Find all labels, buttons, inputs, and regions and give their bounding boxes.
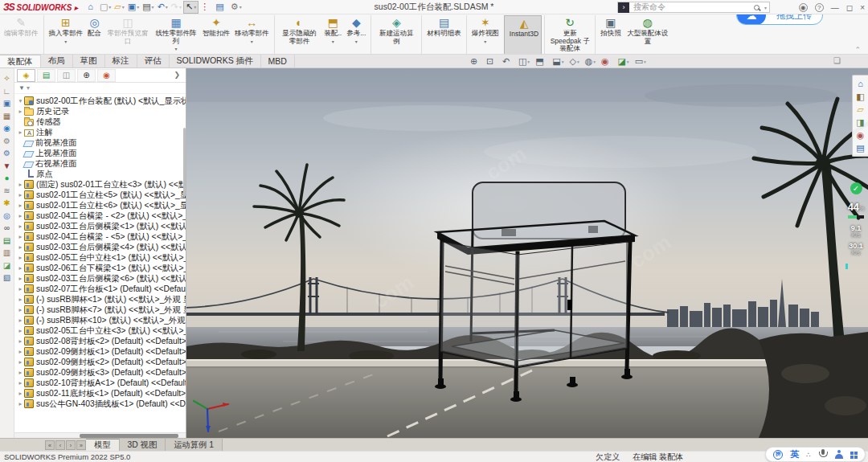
quick-access-button[interactable]: ▱ ▾	[113, 1, 125, 14]
tree-row[interactable]: ▸ 上视基准面	[14, 148, 186, 158]
tree-row[interactable]: ▸ (固定) sus02-01工台立柱<3> (默认) <<默认>	[14, 179, 186, 190]
tree-row[interactable]: ▸ sus02-03工台后侧横梁<1> (默认) <<默认>_显	[14, 221, 186, 231]
close-button[interactable]: ×	[860, 3, 865, 12]
tree-row[interactable]: ▸ sus02-01工台立柱<6> (默认) <<默认>_显示	[14, 200, 186, 211]
search-dropdown-icon[interactable]: ▾	[764, 5, 767, 10]
left-strip-icon[interactable]: ▧	[3, 273, 10, 282]
headsup-tool[interactable]: ◇ ▾	[569, 57, 579, 66]
tree-row[interactable]: ▸ 原点	[14, 169, 186, 179]
command-tab[interactable]: 布局	[41, 55, 73, 67]
headsup-tool[interactable]: ⬒ ▾	[535, 57, 547, 66]
ribbon-button[interactable]: ◈ 新建运动算例 ▾	[371, 15, 419, 54]
featuremanager-tab[interactable]: ▤	[37, 69, 55, 82]
headsup-tool[interactable]: ◍ ▾	[585, 57, 596, 66]
viewport-scene[interactable]: com com com	[186, 68, 868, 438]
microphone-icon[interactable]	[818, 449, 827, 460]
ribbon-collapse-chevron[interactable]: ⌃	[854, 47, 861, 461]
tree-row[interactable]: ▸ sus02-04工台横梁 - <2> (默认) <<默认>_显示	[14, 211, 186, 221]
ribbon-button[interactable]: ▦ 线性零部件阵列 ▾	[152, 15, 200, 54]
tree-row[interactable]: ▸ sus02-04工台横梁 - <5> (默认) <<默认>_显示	[14, 231, 186, 242]
study-tab[interactable]: 运动算例 1	[166, 439, 223, 451]
ribbon-button[interactable]: ▣ 拍快照 ▾	[595, 15, 624, 54]
tree-root-row[interactable]: ▾ sus02-00工作台装配 (默认) <默认_显示状态-1>	[14, 96, 186, 106]
headsup-tool[interactable]: ⊡ ▾	[486, 57, 497, 66]
command-tab[interactable]: 装配体	[0, 55, 41, 67]
left-strip-icon[interactable]: ∞	[4, 223, 10, 232]
quick-access-button[interactable]: ⋮ ▾	[199, 1, 214, 14]
headsup-tool[interactable]: ↶ ▾	[502, 57, 513, 66]
tree-row[interactable]: ▸ 前视基准面	[14, 137, 186, 148]
expand-arrow-icon[interactable]: ▸	[17, 212, 24, 219]
headsup-tool[interactable]: ⬓ ▾	[552, 57, 563, 66]
expand-arrow-icon[interactable]: ▸	[17, 369, 24, 376]
expand-arrow-icon[interactable]: ▾	[17, 97, 24, 104]
tree-row[interactable]: ▸ sus02-09侧封板<3> (Default) <<Default>_F	[14, 367, 186, 378]
quick-access-button[interactable]: ↷ ▾	[170, 1, 183, 14]
pinyin-ime-icon[interactable]: 拼	[773, 450, 783, 460]
command-tab[interactable]: 评估	[137, 55, 170, 67]
tree-horizontal-scrollbar[interactable]	[14, 432, 186, 438]
ribbon-button[interactable]: ↻ 更新 Speedpak 子装配体 ▾	[544, 15, 592, 54]
expand-arrow-icon[interactable]: ▸	[17, 108, 24, 115]
tree-row[interactable]: ▸ sus02-03工台后侧横梁<6> (默认) <<默认>_显	[14, 273, 186, 284]
expand-arrow-icon[interactable]: ▸	[17, 317, 24, 324]
ribbon-button[interactable]: ◆ 参考... ▾	[344, 15, 368, 54]
ribbon-button[interactable]: ⊞ 插入零部件 ▾	[43, 15, 86, 54]
expand-arrow-icon[interactable]: ▸	[17, 337, 24, 345]
quick-access-button[interactable]: ⌂ ▾	[86, 1, 98, 14]
expand-arrow-icon[interactable]: ▸	[17, 264, 24, 272]
ime-menu-dots-icon[interactable]: ∴	[806, 451, 811, 459]
tree-row[interactable]: ▸ (-) susRB脚杯<7> (默认) <<默认>_外观 显示	[14, 305, 186, 315]
tree-row[interactable]: ▸ sus02-07工作台板<1> (Default) <<Default>	[14, 284, 186, 294]
command-tab[interactable]: SOLIDWORKS 插件	[170, 55, 261, 67]
expand-arrow-icon[interactable]: ▸	[17, 181, 24, 188]
left-strip-icon[interactable]: ◉	[3, 124, 10, 133]
tree-row[interactable]: ▸ 右视基准面	[14, 158, 186, 169]
study-tab[interactable]: 3D 视图	[120, 439, 166, 451]
left-strip-icon[interactable]: ●	[4, 174, 9, 182]
ribbon-button[interactable]: ✦ 智能扣件 ▾	[200, 15, 232, 54]
quick-access-button[interactable]: ↖ ▾	[183, 1, 199, 14]
tree-row[interactable]: ▸ 历史记录	[14, 106, 186, 117]
expand-arrow-icon[interactable]: ▸	[17, 348, 24, 355]
left-strip-icon[interactable]: ✱	[3, 198, 10, 207]
headsup-tool[interactable]: ▭ ▾	[635, 57, 646, 66]
quick-access-button[interactable]: ▤ ▾	[214, 1, 228, 14]
user-person-icon[interactable]	[834, 450, 843, 459]
left-strip-icon[interactable]: ∟	[3, 87, 11, 96]
headsup-tool[interactable]: ◪ ▾	[617, 57, 628, 66]
command-search[interactable]: › 搜索命令 ▾	[617, 2, 770, 13]
left-strip-icon[interactable]: ▦	[3, 112, 10, 121]
tree-row[interactable]: ▸ sus02-05工台中立柱<1> (默认) <<默认>_显示	[14, 252, 186, 263]
command-tab[interactable]: 草图	[73, 55, 105, 67]
expand-arrow-icon[interactable]: ▸	[17, 379, 24, 386]
panel-overflow-chevron[interactable]: ❯	[174, 71, 183, 79]
tree-row[interactable]: ▸ 传感器	[14, 117, 186, 127]
graphics-viewport[interactable]: com com com ⌂ ◧ ▱ ◨ ◉	[186, 68, 868, 438]
first-tab-button[interactable]: «	[45, 440, 55, 450]
ribbon-button[interactable]: ✶ 爆炸视图 ▾	[466, 15, 502, 54]
left-strip-icon[interactable]: ▼	[3, 161, 11, 170]
viewport-window-icon[interactable]: ❏	[833, 57, 841, 65]
ribbon-button[interactable]: ↔ 移动零部件 ▾	[232, 15, 272, 54]
expand-arrow-icon[interactable]: ▸	[17, 243, 24, 251]
grid-keyboard-icon[interactable]	[850, 452, 854, 455]
expand-arrow-icon[interactable]: ▸	[17, 327, 24, 334]
restore-button[interactable]: ◻	[846, 3, 853, 12]
left-strip-icon[interactable]: ✧	[3, 74, 10, 83]
expand-arrow-icon[interactable]: ▸	[17, 306, 24, 313]
ribbon-button[interactable]: ⬒ 装配.. ▾	[322, 15, 345, 54]
expand-arrow-icon[interactable]: ▸	[17, 285, 24, 292]
tree-row[interactable]: ▸ sus02-08背封板<2> (Default) <<Default>_F	[14, 336, 186, 346]
expand-arrow-icon[interactable]: ▸	[17, 254, 24, 261]
featuremanager-tab[interactable]: ◉	[97, 69, 116, 82]
left-strip-icon[interactable]: ▥	[3, 248, 10, 257]
tree-row[interactable]: ▸ sus02-01工台立柱<5> (默认) <<默认>_显示	[14, 190, 186, 200]
quick-access-button[interactable]: ⚙ ▾	[229, 1, 244, 14]
tree-row[interactable]: ▸ sus02-10背封板A<1> (Default) <<Default>	[14, 378, 186, 388]
ribbon-button[interactable]: ◭ Instant3D ▾	[504, 15, 542, 54]
command-tab[interactable]: MBD	[261, 55, 295, 67]
headsup-tool[interactable]: ◉ ▾	[601, 57, 612, 66]
tree-row[interactable]: ▸ sus02-06工台下横梁<1> (默认) <<默认>_显示	[14, 263, 186, 273]
ribbon-button[interactable]: ◐ 显示隐藏的零部件 ▾	[274, 15, 322, 54]
